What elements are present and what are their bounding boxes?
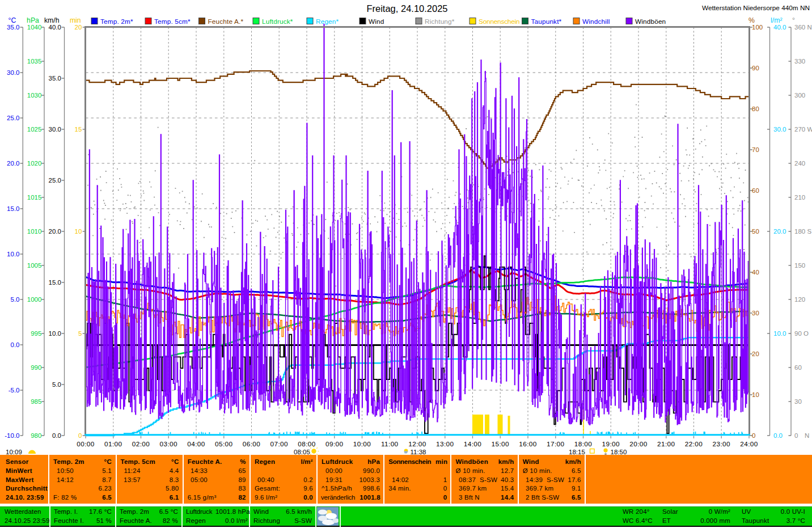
svg-text:1030: 1030 <box>27 92 42 99</box>
svg-text:1005: 1005 <box>27 262 42 269</box>
svg-text:40: 40 <box>752 269 759 276</box>
svg-text:15.0: 15.0 <box>49 279 61 286</box>
svg-text:25.0: 25.0 <box>7 115 19 121</box>
svg-text:5.0: 5.0 <box>52 381 61 388</box>
svg-text:20.0: 20.0 <box>49 228 61 235</box>
svg-text:150: 150 <box>794 262 805 269</box>
svg-text:0.0: 0.0 <box>11 341 20 348</box>
svg-text:Temp. 5cm*: Temp. 5cm* <box>154 18 191 26</box>
svg-text:Luftdruck*: Luftdruck* <box>262 18 293 26</box>
svg-text:90: 90 <box>752 65 759 71</box>
svg-text:1020: 1020 <box>27 160 42 167</box>
svg-text:995: 995 <box>31 330 41 337</box>
svg-text:1015: 1015 <box>27 194 42 201</box>
svg-text:20.0: 20.0 <box>7 160 19 167</box>
svg-text:km/h: km/h <box>44 16 60 24</box>
svg-text:10: 10 <box>75 228 82 235</box>
svg-text:00:00: 00:00 <box>77 440 95 448</box>
svg-text:14:00: 14:00 <box>464 440 482 448</box>
svg-text:30: 30 <box>794 398 802 405</box>
svg-text:01:00: 01:00 <box>104 440 122 448</box>
svg-text:985: 985 <box>31 398 41 405</box>
svg-text:50: 50 <box>752 228 759 235</box>
svg-text:18:15: 18:15 <box>569 449 585 455</box>
svg-text:17:00: 17:00 <box>547 440 565 448</box>
svg-text:10.0: 10.0 <box>7 251 19 257</box>
svg-text:20: 20 <box>752 350 759 357</box>
svg-text:30: 30 <box>752 310 759 316</box>
svg-text:40.0: 40.0 <box>773 24 786 31</box>
svg-text:18:50: 18:50 <box>611 449 627 455</box>
svg-text:30.0: 30.0 <box>49 126 61 133</box>
svg-text:11:00: 11:00 <box>381 440 399 448</box>
svg-text:Wetterstation Niedersorpe 440m: Wetterstation Niedersorpe 440m NN <box>702 4 810 12</box>
svg-text:15: 15 <box>75 126 82 133</box>
svg-text:Windböen: Windböen <box>635 18 666 26</box>
svg-text:1040: 1040 <box>27 24 42 31</box>
svg-text:20: 20 <box>75 24 82 31</box>
svg-text:80: 80 <box>752 105 759 112</box>
svg-text:22:00: 22:00 <box>685 440 703 448</box>
svg-text:30.0: 30.0 <box>773 126 786 133</box>
svg-text:02:00: 02:00 <box>132 440 150 448</box>
svg-text:240: 240 <box>794 160 805 167</box>
svg-text:15.0: 15.0 <box>7 205 19 212</box>
svg-text:35.0: 35.0 <box>7 24 19 31</box>
svg-text:980: 980 <box>31 432 41 439</box>
svg-text:Sonnenschein: Sonnenschein <box>479 18 519 26</box>
svg-text:Regen*: Regen* <box>316 18 339 26</box>
svg-text:-5.0: -5.0 <box>9 387 20 394</box>
svg-text:11:38: 11:38 <box>411 449 426 455</box>
svg-text:21:00: 21:00 <box>657 440 675 448</box>
svg-text:06:00: 06:00 <box>243 440 261 448</box>
svg-text:90 O: 90 O <box>794 330 809 337</box>
svg-text:Windchill: Windchill <box>582 18 610 26</box>
svg-text:990: 990 <box>31 364 41 371</box>
svg-text:0: 0 <box>794 432 798 439</box>
svg-text:03:00: 03:00 <box>159 440 177 448</box>
svg-text:10.0: 10.0 <box>49 330 61 337</box>
svg-text:08:05: 08:05 <box>294 449 310 455</box>
svg-text:10:09: 10:09 <box>6 449 22 455</box>
svg-text:120: 120 <box>794 296 805 303</box>
svg-text:15:00: 15:00 <box>491 440 509 448</box>
svg-text:30.0: 30.0 <box>7 69 19 76</box>
svg-text:19:00: 19:00 <box>602 440 620 448</box>
svg-text:20.0: 20.0 <box>773 228 786 235</box>
svg-text:0.0: 0.0 <box>773 432 783 439</box>
svg-text:1000: 1000 <box>27 296 42 303</box>
svg-text:Taupunkt*: Taupunkt* <box>531 18 562 26</box>
svg-text:60: 60 <box>752 187 759 194</box>
svg-text:0.0: 0.0 <box>52 432 61 439</box>
svg-text:08:00: 08:00 <box>298 440 316 448</box>
svg-text:270 W: 270 W <box>794 126 812 133</box>
svg-text:210: 210 <box>794 194 805 201</box>
svg-text:09:00: 09:00 <box>325 440 344 448</box>
svg-text:300: 300 <box>794 92 805 99</box>
svg-text:12:00: 12:00 <box>408 440 426 448</box>
svg-text:0: 0 <box>752 432 755 439</box>
svg-text:1010: 1010 <box>27 228 42 235</box>
svg-text:330: 330 <box>794 58 805 65</box>
svg-text:20:00: 20:00 <box>629 440 648 448</box>
svg-text:16:00: 16:00 <box>519 440 537 448</box>
svg-text:23:00: 23:00 <box>712 440 730 448</box>
svg-text:180 S: 180 S <box>794 228 811 235</box>
svg-text:18:00: 18:00 <box>574 440 593 448</box>
svg-text:-10.0: -10.0 <box>5 432 19 439</box>
svg-text:100: 100 <box>752 24 763 31</box>
svg-text:min: min <box>70 16 81 24</box>
svg-text:%: % <box>748 16 755 24</box>
svg-text:05:00: 05:00 <box>215 440 233 448</box>
svg-text:10:00: 10:00 <box>353 440 371 448</box>
svg-text:Wind: Wind <box>369 18 384 26</box>
svg-text:40.0: 40.0 <box>49 24 61 31</box>
svg-text:70: 70 <box>752 146 759 153</box>
svg-text:04:00: 04:00 <box>187 440 205 448</box>
svg-text:l/m²: l/m² <box>771 16 783 24</box>
svg-text:Feuchte A.*: Feuchte A.* <box>208 18 244 26</box>
svg-text:13:00: 13:00 <box>436 440 454 448</box>
svg-text:1035: 1035 <box>27 58 42 65</box>
svg-text:35.0: 35.0 <box>49 75 61 82</box>
svg-text:°: ° <box>792 16 795 24</box>
